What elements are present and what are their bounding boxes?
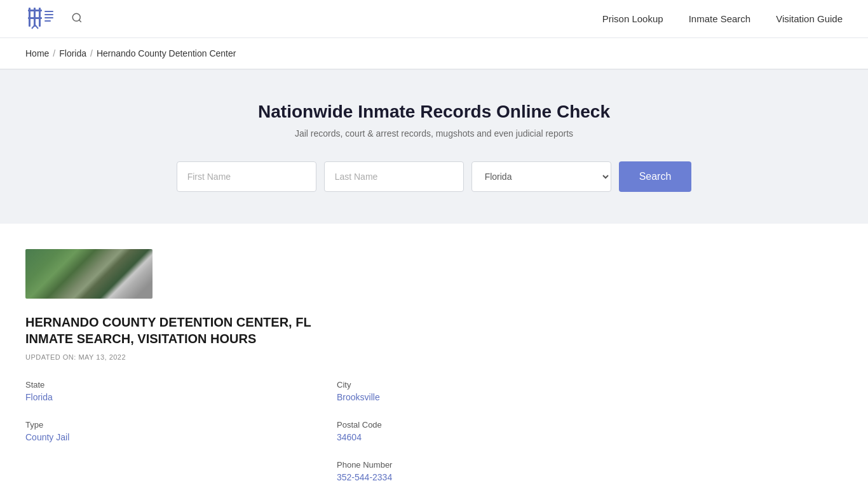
detail-column-left: State Florida Type County Jail	[25, 380, 311, 488]
breadcrumb-state[interactable]: Florida	[59, 48, 86, 58]
phone-label: Phone Number	[337, 460, 597, 470]
svg-rect-3	[28, 10, 42, 11]
breadcrumb: Home / Florida / Hernando County Detenti…	[0, 38, 868, 69]
svg-rect-4	[28, 17, 42, 19]
svg-line-10	[79, 20, 81, 22]
main-content: HERNANDO COUNTY DETENTION CENTER, FL INM…	[0, 224, 868, 488]
facility-title-line2: INMATE SEARCH, VISITATION HOURS	[25, 332, 256, 346]
city-value[interactable]: Brooksville	[337, 392, 597, 402]
phone-value[interactable]: 352-544-2334	[337, 472, 597, 482]
type-label: Type	[25, 420, 286, 430]
search-button[interactable]: Search	[619, 161, 692, 192]
type-value[interactable]: County Jail	[25, 432, 286, 442]
nav-prison-lookup[interactable]: Prison Lookup	[602, 13, 663, 24]
svg-rect-6	[44, 14, 53, 15]
last-name-input[interactable]	[324, 161, 464, 192]
breadcrumb-home[interactable]: Home	[25, 48, 49, 58]
svg-point-9	[72, 13, 80, 21]
nav-visitation-guide[interactable]: Visitation Guide	[776, 13, 843, 24]
hero-subtitle: Jail records, court & arrest records, mu…	[25, 128, 843, 139]
detail-phone: Phone Number 352-544-2334	[337, 460, 597, 482]
svg-rect-5	[44, 11, 53, 12]
hero-section: Nationwide Inmate Records Online Check J…	[0, 70, 868, 224]
detail-type: Type County Jail	[25, 420, 286, 442]
facility-title: HERNANDO COUNTY DETENTION CENTER, FL INM…	[25, 314, 375, 347]
breadcrumb-sep-2: /	[90, 48, 93, 58]
search-form: AlabamaAlaskaArizonaArkansasCaliforniaCo…	[164, 161, 704, 192]
breadcrumb-facility: Hernando County Detention Center	[97, 48, 236, 58]
state-select[interactable]: AlabamaAlaskaArizonaArkansasCaliforniaCo…	[471, 161, 611, 192]
svg-rect-8	[44, 20, 51, 22]
hero-title: Nationwide Inmate Records Online Check	[25, 102, 843, 122]
state-value[interactable]: Florida	[25, 392, 286, 402]
breadcrumb-sep-1: /	[53, 48, 55, 58]
detail-state: State Florida	[25, 380, 286, 402]
detail-city: City Brooksville	[337, 380, 597, 402]
main-nav: Prison Lookup Inmate Search Visitation G…	[602, 13, 843, 24]
site-header: Prison Lookup Inmate Search Visitation G…	[0, 0, 868, 38]
city-label: City	[337, 380, 597, 390]
header-left	[25, 4, 86, 33]
state-label: State	[25, 380, 286, 390]
facility-updated: UPDATED ON: MAY 13, 2022	[25, 353, 843, 361]
detail-column-right: City Brooksville Postal Code 34604 Phone…	[311, 380, 597, 488]
logo-icon	[25, 4, 57, 33]
facility-aerial-photo	[25, 249, 153, 299]
postal-value: 34604	[337, 432, 597, 442]
detail-postal: Postal Code 34604	[337, 420, 597, 442]
facility-details: State Florida Type County Jail City Broo…	[25, 380, 597, 488]
facility-image	[25, 249, 153, 299]
first-name-input[interactable]	[177, 161, 316, 192]
svg-rect-7	[44, 17, 53, 18]
postal-label: Postal Code	[337, 420, 597, 430]
logo[interactable]	[25, 4, 57, 33]
search-icon-button[interactable]	[67, 8, 86, 29]
search-icon	[71, 12, 83, 24]
facility-title-line1: HERNANDO COUNTY DETENTION CENTER, FL	[25, 315, 311, 329]
nav-inmate-search[interactable]: Inmate Search	[689, 13, 751, 24]
